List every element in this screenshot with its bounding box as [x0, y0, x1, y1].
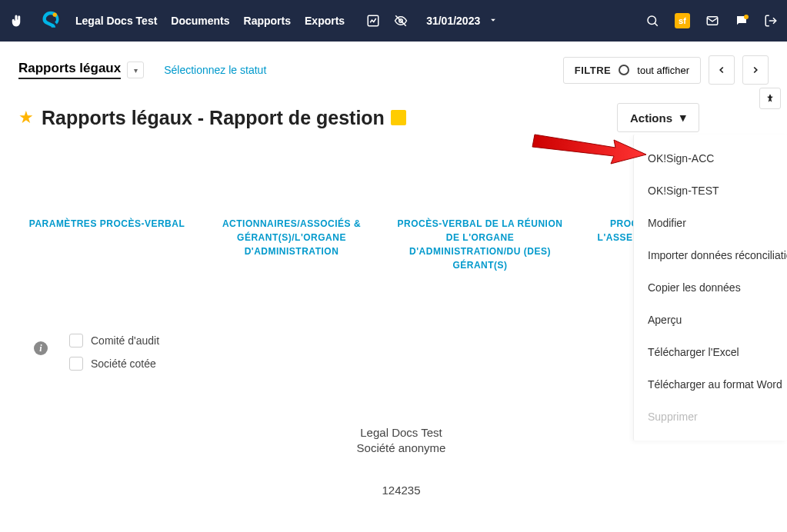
action-copier[interactable]: Copier les données: [634, 271, 787, 304]
status-square: [391, 110, 406, 125]
checkbox-audit-row: Comité d'audit: [69, 334, 159, 347]
logo-icon[interactable]: [40, 10, 62, 32]
filter-pager-group: FILTRE tout afficher: [563, 55, 769, 85]
nav-exports[interactable]: Exports: [305, 15, 345, 27]
actions-button[interactable]: Actions ▾: [617, 103, 699, 132]
pager-next[interactable]: [742, 55, 769, 85]
svg-line-5: [655, 23, 658, 26]
nav-documents[interactable]: Documents: [171, 15, 229, 27]
chat-icon[interactable]: [735, 14, 749, 28]
filter-text: tout afficher: [637, 65, 689, 76]
checkbox-group: Comité d'audit Société cotée: [69, 334, 159, 380]
nav-rapports[interactable]: Rapports: [244, 15, 291, 27]
search-icon[interactable]: [645, 14, 659, 28]
filter-box[interactable]: FILTRE tout afficher: [563, 57, 701, 84]
top-navbar: Legal Docs Test Documents Rapports Expor…: [0, 0, 787, 42]
navbar-left: Legal Docs Test Documents Rapports Expor…: [9, 10, 499, 32]
action-okisign-test[interactable]: OK!Sign-TEST: [634, 175, 787, 207]
pager-prev[interactable]: [709, 55, 735, 85]
mail-icon[interactable]: [705, 14, 719, 28]
pin-button[interactable]: [759, 88, 781, 109]
checkbox-listed[interactable]: [69, 357, 83, 371]
checkbox-audit-label: Comité d'audit: [91, 334, 159, 347]
eye-off-icon[interactable]: [394, 14, 408, 28]
nav-brand[interactable]: Legal Docs Test: [75, 15, 157, 27]
company-type: Société anonyme: [34, 441, 769, 454]
breadcrumb-caret[interactable]: ▾: [127, 62, 144, 78]
svg-point-4: [648, 16, 656, 25]
tab-actionnaires[interactable]: ACTIONNAIRES/ASSOCIÉS & GÉRANT(S)/L'ORGA…: [218, 217, 365, 272]
status-link[interactable]: Sélectionnez le statut: [164, 64, 266, 76]
breadcrumb-title[interactable]: Rapports légaux: [18, 61, 121, 79]
filter-label: FILTRE: [575, 65, 612, 76]
actions-label: Actions: [630, 111, 672, 125]
tab-pv-reunion[interactable]: PROCÈS-VERBAL DE LA RÉUNION DE L'ORGANE …: [395, 217, 565, 272]
company-id: 124235: [34, 484, 769, 497]
hand-icon[interactable]: [9, 14, 23, 28]
nav-misc-icons: [366, 14, 408, 28]
caret-down-icon: ▾: [680, 111, 686, 125]
page-title: Rapports légaux - Rapport de gestion: [42, 107, 385, 129]
action-apercu[interactable]: Aperçu: [634, 304, 787, 336]
sf-badge[interactable]: sf: [675, 13, 690, 28]
chart-icon[interactable]: [366, 14, 380, 28]
checkbox-audit[interactable]: [69, 334, 83, 347]
action-modifier[interactable]: Modifier: [634, 207, 787, 239]
checkbox-listed-label: Société cotée: [91, 357, 156, 370]
sub-row: Rapports légaux ▾ Sélectionnez le statut…: [0, 42, 787, 89]
action-okisign-acc[interactable]: OK!Sign-ACC: [634, 142, 787, 175]
date-block[interactable]: 31/01/2023: [426, 15, 499, 28]
chat-notification-dot: [744, 15, 749, 19]
action-importer[interactable]: Importer données réconciliation: [634, 239, 787, 271]
date-text: 31/01/2023: [426, 15, 480, 27]
star-icon[interactable]: ★: [18, 108, 34, 128]
filter-circle-icon: [619, 65, 629, 75]
action-excel[interactable]: Télécharger l'Excel: [634, 336, 787, 368]
actions-dropdown: OK!Sign-ACC OK!Sign-TEST Modifier Import…: [633, 135, 787, 441]
action-supprimer: Supprimer: [634, 401, 787, 433]
title-row: ★ Rapports légaux - Rapport de gestion A…: [0, 89, 787, 140]
logout-icon[interactable]: [764, 14, 778, 28]
action-word[interactable]: Télécharger au format Word: [634, 368, 787, 401]
info-icon[interactable]: i: [34, 341, 48, 355]
chevron-down-icon: [488, 15, 499, 28]
checkbox-listed-row: Société cotée: [69, 357, 159, 371]
navbar-right: sf: [645, 13, 778, 28]
svg-point-0: [53, 13, 57, 17]
tab-parametres[interactable]: PARAMÈTRES PROCÈS-VERBAL: [26, 217, 188, 272]
